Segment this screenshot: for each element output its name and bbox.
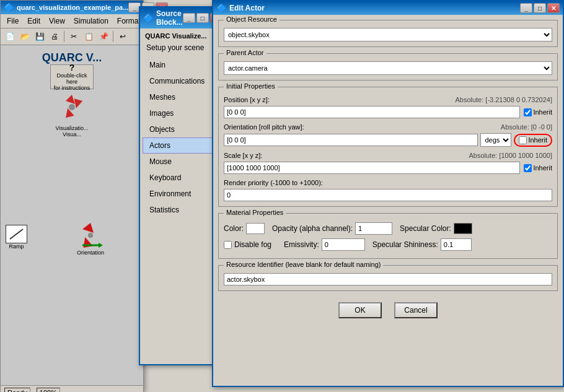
nav-item-objects[interactable]: Objects bbox=[143, 121, 213, 137]
help-box-text: Double-click herefor instructions bbox=[51, 72, 93, 91]
specular-color-swatch[interactable] bbox=[454, 223, 472, 234]
position-absolute: Absolute: [-3.21308 0 0.732024] bbox=[455, 96, 552, 103]
ok-button[interactable]: OK bbox=[338, 302, 382, 318]
position-input-row: Inherit bbox=[224, 106, 552, 118]
scale-inherit-check[interactable]: Inherit bbox=[524, 164, 552, 172]
quarc-window-icon: 🔷 bbox=[4, 2, 14, 12]
svg-point-9 bbox=[88, 233, 93, 238]
orientation-input[interactable] bbox=[224, 134, 478, 146]
source-block-subtitle: QUARC Visualize... bbox=[143, 31, 213, 41]
scale-input[interactable] bbox=[224, 162, 520, 174]
material-row-2: Disable fog Emissivity: Specular Shinine… bbox=[224, 238, 552, 251]
orientation-label: Orientation bbox=[77, 250, 104, 256]
menu-edit[interactable]: Edit bbox=[24, 15, 44, 27]
emissivity-label: Emissivity: bbox=[284, 240, 319, 249]
opacity-input[interactable] bbox=[355, 222, 392, 235]
quarc-window-title: quarc_visualization_example_pa... bbox=[17, 4, 128, 11]
orientation-absolute: Absolute: [0 -0 0] bbox=[501, 123, 552, 131]
position-inherit-check[interactable]: Inherit bbox=[524, 108, 552, 116]
resource-identifier-group: Resource Identifier (leave blank for def… bbox=[218, 265, 558, 291]
position-inherit-checkbox[interactable] bbox=[524, 108, 532, 116]
material-row-1: Color: Opacity (alpha channel): Specular… bbox=[224, 222, 552, 235]
scale-label: Scale [x y z]: bbox=[224, 152, 464, 159]
color-swatch[interactable] bbox=[246, 223, 265, 234]
render-priority-section: Render priority (-1000 to +1000): bbox=[224, 179, 552, 201]
nav-item-statistics[interactable]: Statistics bbox=[143, 202, 213, 218]
disable-fog-checkbox[interactable] bbox=[224, 241, 232, 249]
nav-item-mouse[interactable]: Mouse bbox=[143, 154, 213, 170]
toolbar-undo-btn[interactable]: ↩ bbox=[116, 30, 130, 43]
nav-item-communications[interactable]: Communications bbox=[143, 73, 213, 89]
source-block-setup-label: Setup your scene bbox=[143, 41, 213, 57]
orientation-label-row: Orientation [roll pitch yaw]: Absolute: … bbox=[224, 123, 552, 131]
edit-actor-icon: 🔷 bbox=[216, 3, 227, 13]
quarc-subtitle: Visualizatio...Visua... bbox=[7, 125, 137, 137]
edit-actor-title-bar: 🔷 Edit Actor _ □ ✕ bbox=[213, 1, 563, 15]
object-resource-dropdown[interactable]: object.skybox bbox=[224, 28, 552, 41]
svg-marker-5 bbox=[82, 223, 94, 233]
orientation-inherit-check[interactable]: Inherit bbox=[514, 134, 552, 147]
ramp-block[interactable]: Ramp bbox=[6, 225, 27, 250]
position-label: Position [x y z]: bbox=[224, 96, 450, 103]
nav-item-environment[interactable]: Environment bbox=[143, 186, 213, 202]
scale-label-row: Scale [x y z]: Absolute: [1000 1000 1000… bbox=[224, 152, 552, 159]
menu-file[interactable]: File bbox=[3, 15, 22, 27]
opacity-label: Opacity (alpha channel): bbox=[272, 224, 353, 233]
material-properties-group: Material Properties Color: Opacity (alph… bbox=[218, 213, 558, 259]
source-block-minimize[interactable]: _ bbox=[183, 13, 195, 23]
orientation-inherit-checkbox[interactable] bbox=[519, 136, 527, 144]
parent-actor-dropdown[interactable]: actor.camera bbox=[224, 61, 552, 75]
toolbar-copy-btn[interactable]: 📋 bbox=[82, 30, 95, 43]
cancel-button[interactable]: Cancel bbox=[394, 302, 438, 318]
edit-actor-maximize[interactable]: □ bbox=[534, 3, 546, 13]
svg-line-4 bbox=[10, 229, 23, 239]
disable-fog-check[interactable]: Disable fog bbox=[224, 240, 271, 249]
specular-color-label: Specular Color: bbox=[400, 224, 451, 233]
position-input[interactable] bbox=[224, 106, 520, 118]
toolbar-new-btn[interactable]: 📄 bbox=[3, 30, 17, 43]
status-zoom: 100% bbox=[37, 388, 60, 393]
nav-item-images[interactable]: Images bbox=[143, 105, 213, 121]
ramp-label: Ramp bbox=[9, 243, 24, 250]
edit-actor-controls[interactable]: _ □ ✕ bbox=[520, 3, 560, 13]
nav-item-meshes[interactable]: Meshes bbox=[143, 89, 213, 105]
color-label: Color: bbox=[224, 224, 244, 233]
nav-item-keyboard[interactable]: Keyboard bbox=[143, 170, 213, 186]
nav-item-actors[interactable]: Actors bbox=[143, 137, 213, 154]
edit-actor-minimize[interactable]: _ bbox=[520, 3, 532, 13]
status-ready: Ready bbox=[4, 388, 30, 393]
svg-marker-8 bbox=[99, 243, 103, 248]
toolbar-cut-btn[interactable]: ✂ bbox=[67, 30, 81, 43]
specular-shininess-input[interactable] bbox=[441, 238, 472, 251]
scale-inherit-checkbox[interactable] bbox=[524, 164, 532, 172]
toolbar-sep-2 bbox=[113, 31, 113, 42]
toolbar-open-btn[interactable]: 📂 bbox=[18, 30, 32, 43]
menu-simulation[interactable]: Simulation bbox=[70, 15, 112, 27]
emissivity-input[interactable] bbox=[322, 238, 365, 251]
render-priority-input[interactable] bbox=[224, 189, 552, 201]
edit-actor-close[interactable]: ✕ bbox=[547, 3, 560, 13]
quarc-menu-bar: File Edit View Simulation Format Too... bbox=[1, 14, 143, 28]
source-block-icon: 🔷 bbox=[143, 13, 154, 23]
dialog-buttons: OK Cancel bbox=[218, 297, 558, 321]
edit-actor-window: 🔷 Edit Actor _ □ ✕ Object Resource objec… bbox=[212, 0, 564, 387]
resource-identifier-input[interactable] bbox=[224, 273, 552, 285]
scale-input-row: Inherit bbox=[224, 162, 552, 174]
edit-actor-title: Edit Actor bbox=[229, 4, 520, 12]
toolbar-save-btn[interactable]: 💾 bbox=[33, 30, 46, 43]
render-priority-label-row: Render priority (-1000 to +1000): bbox=[224, 179, 552, 186]
scale-absolute: Absolute: [1000 1000 1000] bbox=[469, 152, 552, 159]
object-resource-dropdown-row: object.skybox bbox=[224, 28, 552, 41]
menu-view[interactable]: View bbox=[45, 15, 69, 27]
toolbar-paste-btn[interactable]: 📌 bbox=[97, 30, 110, 43]
quarc-canvas: QUARC V... ? Double-click herefor instru… bbox=[1, 45, 143, 385]
quarc-statusbar: Ready 100% bbox=[1, 385, 143, 392]
orientation-block[interactable]: Orientation bbox=[75, 222, 106, 256]
help-box[interactable]: ? Double-click herefor instructions bbox=[50, 64, 94, 89]
svg-point-3 bbox=[69, 104, 75, 110]
quarc-toolbar: 📄 📂 💾 🖨 ✂ 📋 📌 ↩ bbox=[1, 28, 143, 45]
toolbar-print-btn[interactable]: 🖨 bbox=[48, 30, 61, 43]
source-block-maximize[interactable]: □ bbox=[196, 13, 209, 23]
orientation-unit-select[interactable]: degs rads bbox=[480, 133, 511, 147]
nav-item-main[interactable]: Main bbox=[143, 57, 213, 73]
